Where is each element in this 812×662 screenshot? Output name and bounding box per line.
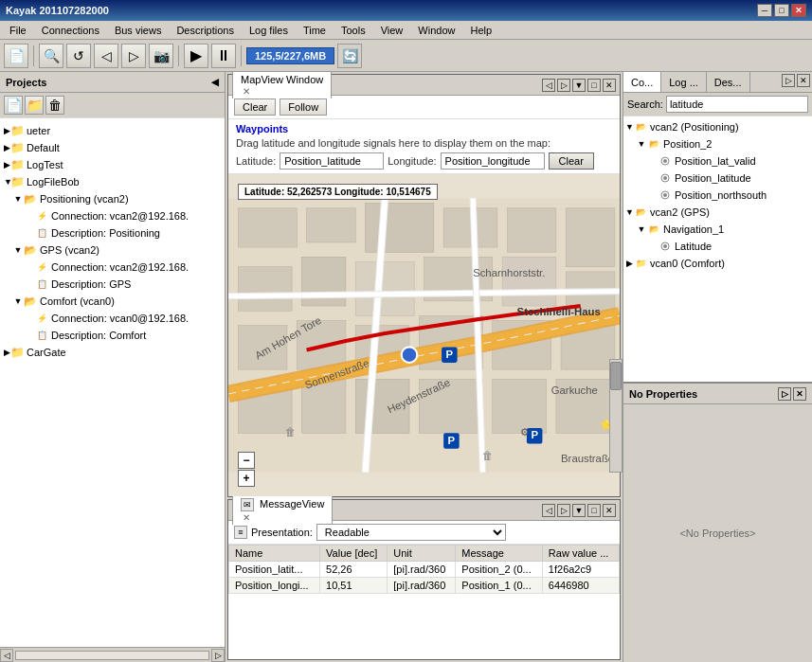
scroll-left-btn[interactable]: ◁ [0,649,13,662]
menu-view[interactable]: View [375,23,409,38]
menu-window[interactable]: Window [412,23,460,38]
maximize-button[interactable]: □ [774,4,789,17]
waypoints-title: Waypoints [236,123,612,134]
right-tree-nav1[interactable]: ▼ 📂 Navigation_1 [623,221,812,238]
delete-project-button[interactable]: 🗑 [45,96,64,115]
refresh-button[interactable]: ↺ [66,44,91,68]
right-scrollbar[interactable] [609,359,623,473]
right-tree-latitude[interactable]: Latitude [623,238,812,255]
right-top-section: Co... Log ... Des... ▷ ✕ Search: [623,72,812,384]
tree-item-ueter[interactable]: ▶ 📁 ueter [0,122,225,139]
menu-log-files[interactable]: Log files [244,23,294,38]
right-tree-pos2[interactable]: ▼ 📂 Position_2 [623,135,812,152]
presentation-select[interactable]: Readable Raw Hex [316,524,506,541]
scroll-right-btn[interactable]: ▷ [211,649,225,662]
tree-item-conn-comfort[interactable]: ⚡ Connection: vcan0@192.168. [0,310,225,327]
menu-help[interactable]: Help [464,23,497,38]
col-raw: Raw value ... [542,546,619,562]
zoom-plus-button[interactable]: + [238,470,255,487]
tree-item-default[interactable]: ▶ 📁 Default [0,139,225,156]
map-dropdown[interactable]: ▼ [572,79,586,92]
projects-horizontal-scrollbar[interactable]: ◁ ▷ [0,647,225,662]
lon-input[interactable] [441,152,545,170]
menu-bus-views[interactable]: Bus views [109,23,168,38]
tab-connections[interactable]: Co... [623,72,661,92]
right-close-btn[interactable]: ✕ [797,74,810,87]
zoom-minus-button[interactable]: − [238,452,255,469]
tree-item-logfilebob[interactable]: ▼ 📁 LogFileBob [0,173,225,190]
tree-item-positioning[interactable]: ▼ 📂 Positioning (vcan2) [0,190,225,207]
toolbar-separator-2 [178,45,179,66]
scrollbar-thumb[interactable] [610,362,622,390]
tree-item-desc-comfort[interactable]: 📋 Description: Comfort [0,327,225,344]
menu-connections[interactable]: Connections [36,23,105,38]
back-button[interactable]: ◁ [94,44,118,68]
tree-item-logtest[interactable]: ▶ 📁 LogTest [0,156,225,173]
tree-item-cargate[interactable]: ▶ 📁 CarGate [0,344,225,361]
presentation-icon: ≡ [234,526,247,539]
minimize-button[interactable]: ─ [757,4,772,17]
right-tree-pos-lat-valid[interactable]: Position_lat_valid [623,152,812,170]
play-button[interactable]: ▶ [184,44,208,68]
tab-log[interactable]: Log ... [661,72,707,92]
svg-rect-8 [238,267,292,311]
svg-rect-4 [366,204,434,253]
menu-file[interactable]: File [4,23,32,38]
table-row[interactable]: Position_latit... 52,26 [pi].rad/360 Pos… [229,562,620,578]
new-project-button[interactable]: 📄 [4,96,23,115]
right-tree-vcan2-gps[interactable]: ▼ 📂 vcan2 (GPS) [623,204,812,221]
tree-item-desc-positioning[interactable]: 📋 Description: Positioning [0,224,225,242]
right-tree-vcan2-pos[interactable]: ▼ 📂 vcan2 (Positioning) [623,118,812,135]
map-close[interactable]: ✕ [603,79,616,92]
projects-panel: Projects ◀ 📄 📁 🗑 ▶ 📁 ueter ▶ 📁 Default [0,72,226,662]
search-input[interactable] [666,96,808,113]
forward-button[interactable]: ▷ [121,44,146,68]
props-close-btn[interactable]: ✕ [793,387,806,401]
pause-button[interactable]: ⏸ [211,44,236,68]
menu-descriptions[interactable]: Descriptions [171,23,240,38]
map-canvas[interactable]: P P P P Sonnenstraße Am Hohen Tore Heyde… [228,174,620,496]
table-row[interactable]: Position_longi... 10,51 [pi].rad/360 Pos… [229,578,620,594]
refresh-cycle-button[interactable]: 🔄 [337,44,362,68]
msg-nav-left[interactable]: ◁ [542,504,555,517]
map-maximize[interactable]: □ [587,79,601,92]
scroll-track[interactable] [15,651,209,660]
search-button[interactable]: 🔍 [39,44,63,68]
map-nav-left[interactable]: ◁ [542,79,555,92]
msg-close[interactable]: ✕ [603,504,616,517]
msg-maximize[interactable]: □ [587,504,601,517]
new-button[interactable]: 📄 [4,44,28,68]
svg-text:P: P [446,349,454,360]
tree-item-desc-gps[interactable]: 📋 Description: GPS [0,276,225,293]
tree-item-conn-positioning[interactable]: ⚡ Connection: vcan2@192.168. [0,207,225,224]
right-nav-btn[interactable]: ▷ [782,74,795,87]
waypoints-clear-button[interactable]: Clear [549,152,594,170]
projects-collapse-button[interactable]: ◀ [211,77,219,87]
message-window-titlebar: ✉ MessageView ✕ ◁ ▷ ▼ □ ✕ [228,500,620,521]
tree-item-comfort[interactable]: ▼ 📂 Comfort (vcan0) [0,293,225,310]
right-tree-pos-northsouth[interactable]: Position_northsouth [623,187,812,204]
tree-item-gps[interactable]: ▼ 📂 GPS (vcan2) [0,242,225,259]
right-panel: Co... Log ... Des... ▷ ✕ Search: [623,72,812,662]
msg-dropdown[interactable]: ▼ [572,504,586,517]
close-button[interactable]: ✕ [791,4,806,17]
map-svg: P P P P Sonnenstraße Am Hohen Tore Heyde… [228,174,620,496]
menu-tools[interactable]: Tools [335,23,371,38]
right-tree-pos-latitude[interactable]: Position_latitude [623,170,812,187]
toolbar: 📄 🔍 ↺ ◁ ▷ 📷 ▶ ⏸ 125,5/227,6MB 🔄 [0,40,812,72]
props-nav-btn[interactable]: ▷ [778,387,791,401]
tab-descriptions[interactable]: Des... [707,72,750,92]
screenshot-button[interactable]: 📷 [149,44,173,68]
msg-nav-right[interactable]: ▷ [557,504,570,517]
right-tree-vcan0-comfort[interactable]: ▶ 📁 vcan0 (Comfort) [623,255,812,272]
map-window-tab[interactable]: MapView Window ✕ [232,72,332,98]
map-nav-right[interactable]: ▷ [557,79,570,92]
map-follow-button[interactable]: Follow [280,98,327,116]
toolbar-separator-1 [33,45,34,66]
map-clear-button[interactable]: Clear [234,98,276,116]
tree-item-conn-gps[interactable]: ⚡ Connection: vcan2@192.168. [0,259,225,276]
lat-input[interactable] [280,152,384,170]
toolbar-separator-3 [241,45,242,66]
menu-time[interactable]: Time [298,23,332,38]
open-project-button[interactable]: 📁 [25,96,44,115]
